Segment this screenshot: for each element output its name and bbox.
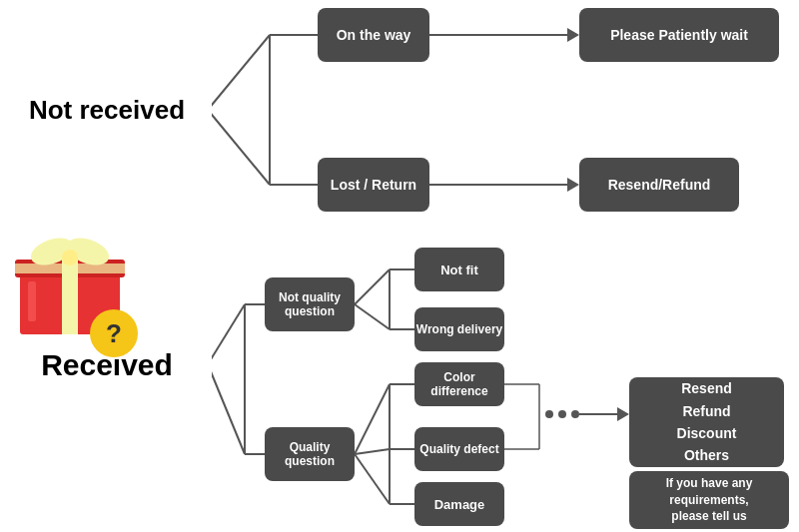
resend-refund-discount-node: Resend Refund Discount Others	[629, 377, 784, 467]
svg-point-26	[545, 410, 553, 418]
svg-line-19	[355, 384, 390, 454]
resend-refund-top-node: Resend/Refund	[579, 158, 739, 212]
please-wait-node: Please Patiently wait	[579, 8, 779, 62]
svg-line-11	[208, 364, 245, 454]
svg-line-16	[355, 304, 390, 329]
svg-line-0	[208, 35, 270, 110]
damage-node: Damage	[414, 482, 504, 526]
not-received-node: Not received	[2, 76, 212, 144]
svg-line-23	[355, 454, 390, 504]
question-badge: ?	[90, 309, 138, 357]
svg-marker-7	[567, 178, 579, 192]
color-difference-node: Color difference	[414, 362, 504, 406]
svg-marker-3	[567, 28, 579, 42]
quality-defect-node: Quality defect	[414, 427, 504, 471]
on-the-way-node: On the way	[318, 8, 429, 62]
lost-return-node: Lost / Return	[318, 158, 429, 212]
svg-line-14	[355, 269, 390, 304]
diagram: ? Not received On the way Please Patient…	[0, 0, 799, 532]
svg-line-21	[355, 449, 390, 454]
svg-point-27	[558, 410, 566, 418]
svg-point-28	[571, 410, 579, 418]
wrong-delivery-node: Wrong delivery	[414, 307, 504, 351]
not-quality-node: Not quality question	[265, 277, 355, 331]
svg-line-9	[208, 304, 245, 364]
svg-rect-42	[28, 281, 36, 321]
quality-question-node: Quality question	[265, 427, 355, 481]
svg-line-4	[208, 110, 270, 185]
requirements-node: If you have any requirements, please tel…	[629, 471, 789, 529]
svg-marker-30	[617, 407, 629, 421]
not-fit-node: Not fit	[414, 248, 504, 291]
svg-point-41	[62, 250, 78, 266]
